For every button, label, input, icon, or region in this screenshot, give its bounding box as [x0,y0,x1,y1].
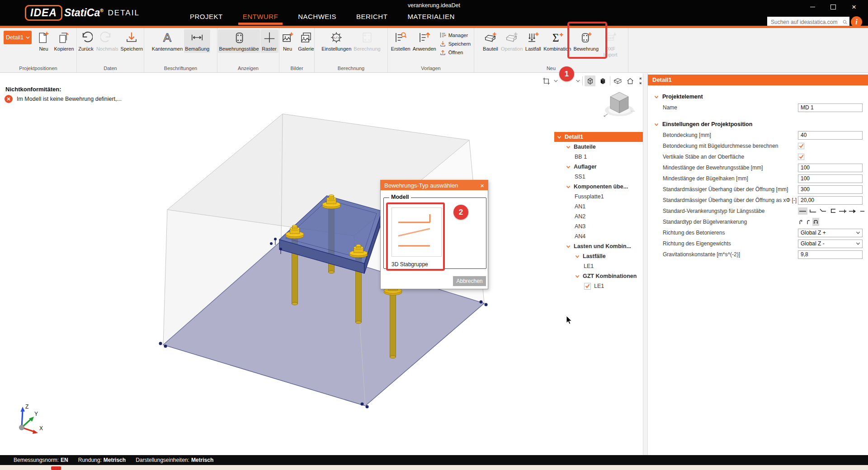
icon-option-0[interactable] [798,218,805,226]
select-richtung-des-eigengewichts[interactable]: Global Z - [798,240,863,248]
tree-item-an2[interactable]: AN2 [554,212,643,221]
tree-item-label: AN4 [575,233,585,240]
ribbon-button-galerie[interactable]: Galerie [297,29,315,53]
view-cube[interactable] [599,89,639,120]
checkbox-betondeckung-mit-bügeldurchmesse-berechnen[interactable] [798,143,804,149]
ribbon-button-berechnung[interactable]: + −× ÷Berechnung [353,29,381,53]
3d-bar-group-tile[interactable]: 3D Stabgruppe [386,202,445,271]
ribbon-button-anwenden[interactable]: Anwenden [412,29,437,53]
ribbon-button-label: Raster [262,46,276,52]
ribbon-button-manager[interactable]: Manager [439,32,471,38]
ribbon-button-neu[interactable]: Neu [34,29,52,53]
close-button[interactable]: × [849,2,859,12]
ribbon-group-buttons: AKantennamenBemaßung [144,28,217,53]
tree-checkbox[interactable] [584,283,591,290]
chevron-down-icon[interactable] [576,79,580,83]
ribbon-button-operation[interactable]: Operation [500,29,524,53]
tree-item-komponenten-übe[interactable]: Komponenten übe... [554,182,643,192]
tree-item-ss1[interactable]: SS1 [554,172,643,182]
tree-item-an4[interactable]: AN4 [554,231,643,241]
tree-item-detail1[interactable]: Detail1 [554,132,643,142]
ribbon-button-speichern[interactable]: Speichern [439,40,471,47]
prop-section-header[interactable]: Einstellungen der Projektposition [648,119,868,130]
tree-item-lastfälle[interactable]: Lastfälle [554,251,643,261]
icon-option-1[interactable] [805,218,812,226]
tree-item-label: GZT Kombinationen [583,273,637,279]
ribbon-button-kopieren[interactable]: Kopieren [53,29,75,53]
ribbon-button-bemaßung[interactable]: Bemaßung [184,29,210,53]
annotation-badge-2: 2 [453,205,468,220]
dialog-close-button[interactable]: × [480,182,484,189]
tree-item-auflager[interactable]: Auflager [554,162,643,172]
chevron-down-icon[interactable] [553,79,558,83]
maximize-button[interactable] [828,2,838,12]
field-mindestlänge-der-bügelhaken-mm[interactable]: 100 [798,174,863,183]
field-standardmässiger-überhang-über-der-öffnung-as-x[interactable]: 20,00 [798,196,863,205]
ribbon-button-neu[interactable]: Neu [278,29,297,53]
ribbon-button-speichern[interactable]: Speichern [120,29,144,53]
crop-icon [542,77,551,85]
field-betondeckung-mm[interactable]: 40 [798,131,863,140]
tree-item-fussplatte1[interactable]: Fussplatte1 [554,192,643,202]
tree-item-gzt-kombinationen[interactable]: GZT Kombinationen [554,271,643,281]
ribbon-button-erstellen[interactable]: Erstellen [390,29,411,53]
ribbon-button-einstellungen[interactable]: </>Einstellungen [321,29,352,53]
icon-option-6[interactable] [858,207,867,215]
tab-nachweis[interactable]: NACHWEIS [298,13,336,20]
home-view-button[interactable] [625,75,636,86]
dialog-header[interactable]: Bewehrungs-Typ auswählen × [381,180,488,190]
tree-item-lasten-und-kombin[interactable]: Lasten und Kombin... [554,241,643,251]
select-richtung-des-betonierens[interactable]: Global Z + [798,229,863,237]
ribbon-button-zurück[interactable]: Zurück [77,29,95,53]
tree-item-an3[interactable]: AN3 [554,221,643,231]
field-value: 300 [801,186,810,193]
cancel-button[interactable]: Abbrechen [453,276,486,286]
tree-indent [566,216,571,217]
tab-projekt[interactable]: PROJEKT [190,13,223,20]
tab-entwurf[interactable]: ENTWURF [243,13,278,20]
tree-item-bb-1[interactable]: BB 1 [554,152,643,162]
icon-option-3[interactable] [828,207,837,215]
solid-view-button[interactable] [597,75,608,86]
crop-view-button[interactable] [541,75,552,86]
tree-item-le1[interactable]: LE1 [554,261,643,271]
ribbon-button-lastfall[interactable]: Lastfall [524,29,542,53]
field-gravitationskonstante-m-s-2[interactable]: 9,8 [798,250,863,259]
ribbon-button-bewehrungsstäbe[interactable]: Bewehrungsstäbe [218,29,259,53]
field-mindestlänge-der-bewehrungsstäbe-mm[interactable]: 100 [798,164,863,172]
ribbon-button-label: Speichern [448,41,471,47]
ribbon-button-bauteil[interactable]: Bauteil [481,29,500,53]
icon-option-4[interactable] [838,207,847,215]
check-icon [585,284,590,288]
wireframe-view-button[interactable] [585,75,595,86]
image-plus-icon [281,31,294,44]
tab-bericht[interactable]: BERICHT [356,13,387,20]
ribbon-button-öffnen[interactable]: Öffnen [439,49,471,56]
prop-section-header[interactable]: Projektelement [648,91,868,102]
checkbox-vertikale-stäbe-an-der-oberfläche[interactable] [798,154,804,160]
ribbon-button-kantennamen[interactable]: AKantennamen [151,29,184,53]
minimize-button[interactable] [807,2,817,12]
project-position-select[interactable]: Detail1 [4,31,32,44]
tree-item-an1[interactable]: AN1 [554,202,643,212]
section-view-button[interactable] [612,75,623,86]
icon-option-5[interactable] [848,207,857,215]
icon-option-1[interactable] [808,207,817,215]
field-name[interactable]: MD 1 [798,103,863,112]
tree-item-le1[interactable]: LE1 [554,281,643,291]
tab-materialien[interactable]: MATERIALIEN [407,13,454,20]
nonconformity-item[interactable]: ✕ Im Modell ist keine Bewehrung definier… [5,95,122,103]
icon-option-2[interactable] [812,218,819,226]
search-input[interactable] [767,19,843,25]
tree-item-bauteile[interactable]: Bauteile [554,142,643,152]
panel-splitter[interactable] [643,73,648,455]
icon-option-0[interactable] [798,207,807,215]
fit-view-button[interactable] [637,75,643,86]
ribbon-button-raster[interactable]: Raster [260,29,278,53]
icon-option-2[interactable] [818,207,827,215]
prop-label: Betondeckung [mm] [648,132,711,138]
field-standardmässiger-überhang-über-der-öffnung-mm[interactable]: 300 [798,185,863,194]
ribbon-button-label: Galerie [298,46,314,52]
ribbon-button-nochmals[interactable]: Nochmals [95,29,119,53]
3d-viewport[interactable]: Nichtkonformitäten: ✕ Im Modell ist kein… [0,73,643,455]
